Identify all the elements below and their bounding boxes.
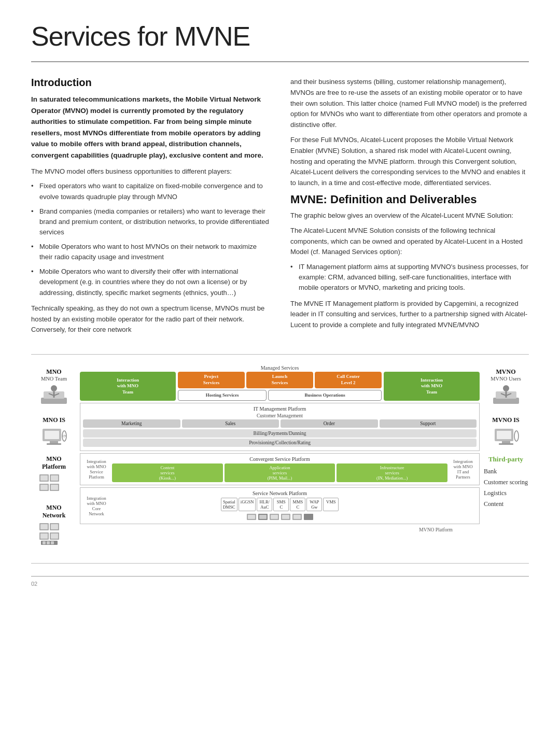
mno-title: MNO [46, 368, 61, 376]
svg-rect-25 [40, 533, 48, 539]
svg-rect-15 [51, 475, 58, 481]
third-party-logistics: Logistics [484, 489, 528, 497]
side-mno-is: MNO IS ⟳ [31, 413, 77, 452]
diagram-main: Managed Services Interactionwith MNOTeam… [80, 365, 480, 532]
svg-point-53 [514, 431, 519, 441]
mno-network-title: MNO [46, 504, 61, 512]
svg-rect-37 [271, 515, 278, 519]
mno-team-icon [38, 383, 69, 409]
ms-call-center: Call CenterLevel 2 [315, 372, 382, 388]
provisioning-label: Provisioning/Collection/Rating [83, 439, 477, 447]
mvne-bullet-list: IT Management platform aims at supportin… [290, 262, 529, 293]
intro-paragraph2: Technically speaking, as they do not own… [31, 303, 270, 335]
third-party-bank: Bank [484, 468, 528, 475]
third-party-items: Bank Customer scoring Logistics Content [484, 468, 528, 508]
svg-rect-7 [45, 431, 59, 439]
svg-rect-19 [51, 485, 58, 490]
snp-icon-3 [269, 513, 279, 521]
svg-rect-35 [259, 515, 267, 519]
svg-rect-51 [502, 441, 510, 443]
snp-hlr: HLR/AuC [257, 498, 272, 511]
snp-icon-6 [303, 513, 314, 521]
ms-interaction-mno: Interactionwith MNOTeam [80, 372, 176, 401]
snp-label: Service Network Platform [112, 490, 447, 496]
it-platform-label: IT Management Platform [83, 406, 477, 412]
right-paragraph2: For these Full MVNOs, Alcatel-Lucent pro… [290, 135, 529, 189]
svg-rect-30 [47, 541, 50, 544]
intro-paragraph1: The MVNO model offers business opportuni… [31, 166, 270, 177]
svg-rect-52 [499, 443, 513, 445]
svg-rect-9 [47, 443, 61, 445]
mvne-paragraph3: The MVNE IT Management platform is provi… [290, 299, 529, 331]
mvno-sub: MVNO Users [491, 376, 521, 382]
ms-project-services: ProjectServices [178, 372, 245, 388]
snp-icons-row [112, 513, 447, 521]
service-network-section: Integrationwith MNOCoreNetwork Service N… [80, 487, 480, 524]
main-content: Introduction In saturated telecommunicat… [31, 77, 529, 340]
third-party-title: Third-party [488, 455, 523, 463]
third-party-content: Content [484, 500, 528, 508]
snp-wap: WAPGw [306, 498, 322, 511]
snp-boxes: SpatialDMSC iGGSN HLR/AuC SMSC MMSC WAPG… [112, 498, 447, 511]
mno-platform-title2: Platform [42, 463, 66, 471]
svg-rect-21 [40, 524, 48, 529]
plat-support: Support [380, 419, 477, 428]
integration-mno-service: Integrationwith MNOServicePlatform [83, 459, 110, 480]
right-paragraph1: and their business systems (billing, cus… [290, 77, 529, 131]
plat-sales: Sales [182, 419, 279, 428]
top-divider [31, 61, 529, 62]
snp-icon-5 [292, 513, 302, 521]
mvne-heading: MVNE: Definition and Deliverables [290, 193, 529, 206]
svg-rect-50 [497, 431, 511, 439]
plat-marketing: Marketing [83, 419, 180, 428]
mno-sub: MNO Team [41, 376, 67, 382]
managed-services-label: Managed Services [80, 365, 480, 371]
left-column: Introduction In saturated telecommunicat… [31, 77, 270, 340]
mvno-is-title: MVNO IS [492, 416, 519, 424]
convergent-label: Convergent Service Platform [112, 456, 447, 462]
page-number: 02 [31, 581, 529, 587]
snp-mms: MMSC [290, 498, 305, 511]
ms-top-row: Interactionwith MNOTeam ProjectServices … [80, 372, 480, 401]
svg-point-2 [51, 385, 57, 391]
mno-platform-icon [38, 472, 69, 496]
svg-rect-33 [248, 515, 255, 519]
convergent-boxes: Contentservices(Kiosk...) Applicationser… [112, 463, 447, 482]
ms-business-operations: Business Operations [268, 390, 382, 401]
svg-rect-42 [304, 514, 313, 520]
side-third-party: Third-party Bank Customer scoring Logist… [483, 452, 529, 511]
svg-rect-17 [40, 485, 48, 490]
intro-bullet-list: Fixed operators who want to capitalize o… [31, 181, 270, 298]
side-mno-platform: MNO Platform [31, 452, 77, 501]
plat-order: Order [281, 419, 378, 428]
svg-rect-39 [282, 515, 289, 519]
mno-network-title2: Network [43, 512, 66, 519]
billing-label: Billing/Payments/Dunning [83, 429, 477, 438]
side-mvno: MVNO MVNO Users [483, 365, 529, 413]
intro-heading: Introduction [31, 77, 270, 89]
conv-content: Contentservices(Kiosk...) [112, 463, 223, 482]
bullet-1: Fixed operators who want to capitalize o… [31, 181, 270, 202]
mvne-paragraph2: The Alcatel-Lucent MVNE Solution consist… [290, 226, 529, 258]
diagram-right-labels: MVNO MVNO Users MVNO IS [483, 365, 529, 511]
svg-rect-31 [51, 541, 54, 544]
snp-spatial: SpatialDMSC [221, 498, 237, 511]
svg-text:⟳: ⟳ [63, 434, 66, 439]
bottom-divider [31, 576, 529, 577]
right-column: and their business systems (billing, cus… [290, 77, 529, 340]
mno-network-icon [38, 521, 69, 548]
side-mvno-is: MVNO IS [483, 413, 529, 452]
mvne-paragraph1: The graphic below gives an overview of t… [290, 210, 529, 221]
svg-rect-23 [51, 524, 58, 529]
snp-iggsn: iGGSN [239, 498, 256, 511]
side-mno: MNO MNO Team [31, 365, 77, 413]
page-title: Services for MVNE [31, 21, 529, 52]
svg-rect-8 [50, 441, 58, 443]
mvno-platform-label: MVNO Platform [80, 527, 480, 532]
convergent-section: Integrationwith MNOServicePlatform Conve… [80, 453, 480, 485]
integration-mno-it: Integrationwith MNOIT andPartners [450, 459, 477, 480]
snp-icon-4 [281, 513, 291, 521]
svg-point-45 [503, 385, 509, 391]
mvne-bullet1: IT Management platform aims at supportin… [290, 262, 529, 293]
bullet-4: Mobile Operators who want to diversify t… [31, 266, 270, 298]
